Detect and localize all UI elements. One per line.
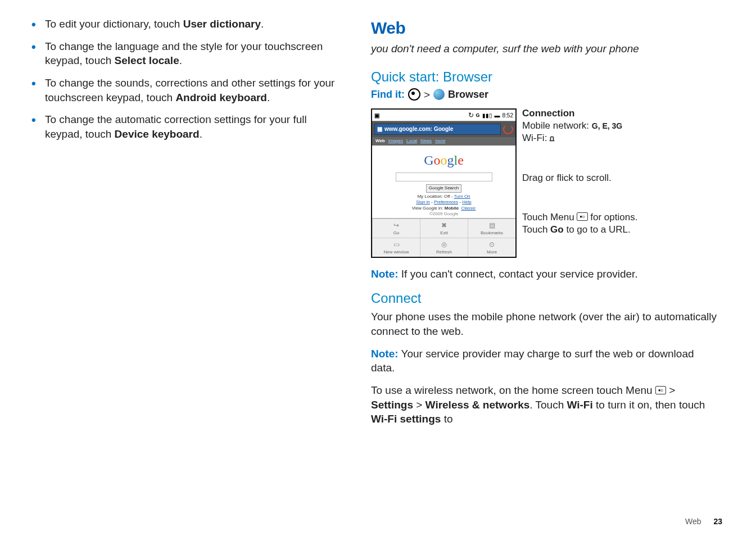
note-connect: Note: If you can't connect, contact your…: [371, 267, 719, 281]
label: More: [487, 249, 497, 255]
bold-term: User dictionary: [183, 18, 261, 30]
turn-on-link[interactable]: Turn On: [454, 194, 470, 199]
google-search-button[interactable]: Google Search: [426, 184, 461, 193]
text: >: [666, 384, 675, 396]
text: To use a wireless network, on the home s…: [371, 384, 655, 396]
text: Touch Menu: [522, 212, 577, 222]
footer-section: Web: [685, 517, 701, 526]
menu-go[interactable]: ↪Go: [372, 219, 420, 238]
text: . Touch: [529, 399, 567, 411]
label: Exit: [440, 230, 447, 235]
nav-news[interactable]: News: [420, 138, 432, 144]
find-it-label: Find it:: [371, 88, 405, 101]
exit-icon: ✖: [422, 221, 467, 230]
wifi-icon: ⩍: [550, 133, 554, 144]
text: Mobile network:: [522, 120, 589, 131]
url-title: www.google.com: Google: [384, 125, 453, 133]
browser-label: Browser: [448, 88, 488, 101]
text: .: [179, 54, 182, 66]
touch-go-line: Touch Go to go to a URL.: [522, 224, 719, 236]
nav-local[interactable]: Local: [406, 138, 417, 144]
label: Refresh: [436, 249, 452, 255]
menu-bookmarks[interactable]: ▤Bookmarks: [468, 219, 515, 238]
view-mode-line: View Google in: Mobile Classic: [374, 206, 513, 211]
section-title-web: Web: [371, 17, 719, 40]
google-nav-strip: Web Images Local News more: [372, 137, 515, 146]
go-icon: ↪: [374, 221, 419, 230]
left-bullet-list: To edit your dictionary, touch User dict…: [28, 17, 343, 141]
gt-separator: >: [424, 88, 430, 102]
bold-term: Android keyboard: [175, 92, 267, 103]
bold-term: Wireless & networks: [425, 399, 530, 411]
browser-diagram: ▣ ↻ G ▮▮▯ ▬ 8:52 ▦ www.google.com: Googl…: [371, 108, 719, 258]
clock: 8:52: [503, 112, 513, 120]
diagram-callouts: Connection Mobile network: G, E, 3G Wi-F…: [522, 108, 719, 258]
wifi-line: Wi-Fi: ⩍: [522, 132, 719, 144]
text: My Location: Off -: [417, 194, 454, 199]
text: Wi-Fi:: [522, 133, 550, 143]
connect-para: Your phone uses the mobile phone network…: [371, 310, 719, 338]
menu-button-icon: ▪▫: [577, 212, 587, 221]
mobile-label: Mobile: [445, 206, 459, 211]
bold-term: Go: [550, 224, 564, 235]
status-left-icon: ▣: [374, 112, 379, 120]
loading-spinner-icon: [503, 124, 513, 134]
label: Bookmarks: [481, 230, 503, 235]
page-footer: Web 23: [685, 517, 722, 526]
touch-menu-line: Touch Menu ▪▫ for options.: [522, 211, 719, 224]
signal-icon: ▮▮▯: [482, 112, 492, 120]
menu-refresh[interactable]: ◎Refresh: [420, 238, 468, 257]
nav-more[interactable]: more: [435, 138, 445, 144]
bold-term: Select locale: [115, 54, 179, 66]
new-window-icon: ▭: [374, 240, 419, 249]
text: Drag or flick to scroll.: [522, 172, 612, 183]
sync-icon: ↻: [468, 111, 474, 120]
label: Go: [393, 230, 400, 235]
bold-term: Wi-Fi: [567, 399, 593, 411]
bullet-device-keyboard: To change the automatic correction setti…: [28, 112, 343, 141]
wifi-instructions: To use a wireless network, on the home s…: [371, 383, 719, 426]
callout-scroll: Drag or flick to scroll.: [522, 172, 719, 184]
text: >: [413, 399, 425, 411]
bullet-user-dictionary: To edit your dictionary, touch User dict…: [28, 17, 343, 31]
page-number: 23: [713, 517, 722, 526]
bullet-select-locale: To change the language and the style for…: [28, 39, 343, 68]
menu-exit[interactable]: ✖Exit: [420, 219, 468, 238]
right-column: Web you don't need a computer, surf the …: [371, 17, 719, 434]
nav-images[interactable]: Images: [388, 138, 403, 144]
network-types: G, E, 3G: [592, 121, 622, 130]
classic-link[interactable]: Classic: [461, 206, 476, 211]
menu-more[interactable]: ⊙More: [468, 238, 515, 257]
text: .: [200, 128, 202, 140]
bullet-android-keyboard: To change the sounds, corrections and ot…: [28, 76, 343, 105]
search-input[interactable]: [396, 172, 492, 181]
mobile-network-line: Mobile network: G, E, 3G: [522, 120, 719, 132]
battery-icon: ▬: [495, 112, 500, 120]
tagline: you don't need a computer, surf the web …: [371, 42, 719, 56]
refresh-icon: ◎: [422, 240, 467, 249]
text: To edit your dictionary, touch: [45, 18, 183, 30]
note-label: Note:: [371, 268, 399, 280]
help-link[interactable]: Help: [462, 199, 471, 205]
bookmarks-icon: ▤: [469, 221, 514, 230]
phone-mockup: ▣ ↻ G ▮▮▯ ▬ 8:52 ▦ www.google.com: Googl…: [371, 108, 517, 258]
nav-web[interactable]: Web: [375, 138, 385, 144]
left-column: To edit your dictionary, touch User dict…: [28, 17, 343, 434]
menu-button-icon: ▪▫: [655, 386, 666, 394]
target-icon: [408, 88, 420, 101]
favicon-icon: ▦: [377, 125, 382, 133]
text: Touch: [522, 224, 550, 235]
callout-title: Connection: [522, 107, 719, 120]
status-bar: ▣ ↻ G ▮▮▯ ▬ 8:52: [372, 110, 515, 121]
browser-titlebar: ▦ www.google.com: Google: [372, 121, 515, 137]
menu-new-window[interactable]: ▭New window: [372, 238, 420, 257]
text: .: [267, 92, 270, 103]
signin-link[interactable]: Sign in: [416, 199, 429, 205]
callout-connection: Connection Mobile network: G, E, 3G Wi-F…: [522, 107, 719, 144]
links-line: Sign in - Preferences - Help: [374, 199, 513, 205]
text: to turn it on, then touch: [593, 399, 705, 411]
text: If you can't connect, contact your servi…: [399, 268, 638, 280]
globe-icon: [433, 89, 445, 100]
preferences-link[interactable]: Preferences: [434, 199, 458, 205]
address-box[interactable]: ▦ www.google.com: Google: [374, 124, 501, 135]
